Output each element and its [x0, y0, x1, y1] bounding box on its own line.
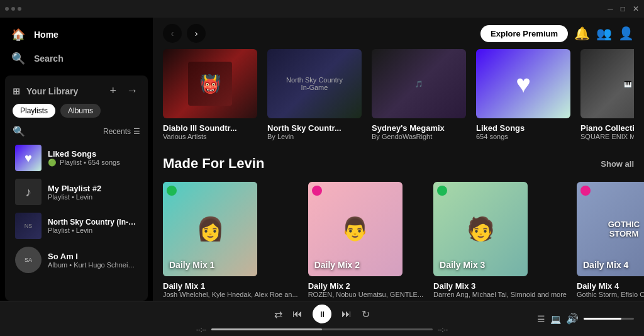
show-all-button[interactable]: Show all: [601, 159, 634, 169]
time-total: --:--: [438, 326, 448, 333]
volume-bar[interactable]: [584, 318, 634, 320]
volume-icon: 🔊: [566, 313, 579, 325]
prev-button[interactable]: ⏮: [292, 308, 303, 320]
library-title-area: ⊞ Your Library: [13, 86, 78, 96]
devices-button[interactable]: 💻: [550, 314, 561, 324]
made-for-section-header: Made For Levin Show all: [163, 155, 634, 172]
soami-thumb: SA: [15, 247, 42, 273]
card-diablo[interactable]: 👹 Diablo III Soundtr... Various Artists: [163, 49, 257, 140]
playlist2-name: My Playlist #2: [48, 184, 101, 193]
main-scroll[interactable]: 👹 Diablo III Soundtr... Various Artists …: [153, 49, 644, 301]
sidebar-item-search[interactable]: 🔍 Search: [8, 47, 145, 70]
playbar-controls: ⇄ ⏮ ⏸ ⏭ ↻: [274, 305, 370, 323]
dm3-badge: [437, 186, 447, 196]
dm3-thumb: 🧑 Daily Mix 3: [433, 182, 528, 276]
sidebar-item-home[interactable]: 🏠 Home: [8, 23, 145, 47]
card-liked-title: Liked Songs: [476, 123, 570, 133]
library-header: ⊞ Your Library + →: [5, 76, 148, 104]
daily-mix-card-3[interactable]: 🧑 Daily Mix 3 Daily Mix 3 Darren Ang, Mi…: [433, 182, 567, 298]
card-sydney[interactable]: 🎵 Sydney's Megamix By GendoWasRight: [372, 49, 466, 140]
card-piano-title: Piano Collections...: [580, 123, 634, 133]
titlebar-dots: [5, 7, 21, 11]
friends-button[interactable]: 👥: [596, 26, 612, 41]
titlebar-dot-2: [11, 7, 15, 11]
card-diablo-thumb: 👹: [163, 49, 257, 118]
daily-mix-card-4[interactable]: GOTHICSTORM Daily Mix 4 Daily Mix 4 Goth…: [577, 182, 644, 298]
dm2-label: Daily Mix 2: [314, 260, 360, 270]
topbar-right: Explore Premium 🔔 👥 👤: [480, 25, 634, 42]
northsky-sub: Playlist • Levin: [48, 227, 138, 234]
library-item-soami[interactable]: SA So Am I Album • Kurt Hugo Schneider: [10, 243, 143, 277]
card-liked-sub: 654 songs: [476, 133, 570, 140]
dm2-badge: [312, 186, 322, 196]
card-northsky[interactable]: North Sky CountryIn-Game North Sky Count…: [267, 49, 362, 140]
liked-songs-name: Liked Songs: [48, 149, 120, 159]
library-title-label: Your Library: [26, 86, 78, 96]
playlist2-info: My Playlist #2 Playlist • Levin: [48, 184, 101, 201]
library-item-liked-songs[interactable]: ♥ Liked Songs 🟢 Playlist • 654 songs: [10, 141, 143, 175]
nav-back-button[interactable]: ‹: [163, 24, 182, 43]
dm1-sub: Josh Whelchel, Kyle Hnedak, Alex Roe an.…: [163, 291, 298, 298]
volume-fill: [584, 318, 621, 320]
shuffle-button[interactable]: ⇄: [274, 308, 282, 320]
next-button[interactable]: ⏭: [341, 308, 352, 320]
minimize-button[interactable]: ─: [608, 4, 613, 13]
card-piano[interactable]: 🎹 Piano Collections... SQUARE ENIX MUSIC: [580, 49, 634, 140]
card-liked[interactable]: ♥ Liked Songs 654 songs: [476, 49, 570, 140]
card-diablo-sub: Various Artists: [163, 133, 257, 140]
dm4-title: Daily Mix 4: [577, 281, 644, 291]
main-content: ‹ › Explore Premium 🔔 👥 👤 👹: [153, 18, 644, 301]
queue-button[interactable]: ☰: [537, 314, 545, 324]
liked-songs-info: Liked Songs 🟢 Playlist • 654 songs: [48, 149, 120, 167]
library-expand-button[interactable]: →: [124, 83, 140, 99]
playbar: ⇄ ⏮ ⏸ ⏭ ↻ --:-- --:-- ☰ 💻 🔊: [0, 301, 644, 336]
repeat-button[interactable]: ↻: [362, 308, 370, 320]
playbar-right: ☰ 💻 🔊: [508, 313, 634, 325]
card-northsky-sub: By Levin: [267, 133, 362, 140]
progress-fill: [211, 328, 322, 330]
northsky-info: North Sky Country (In-Game) Playlist • L…: [48, 218, 138, 234]
dm2-thumb: 👨 Daily Mix 2: [308, 182, 402, 276]
library-item-playlist2[interactable]: ♪ My Playlist #2 Playlist • Levin: [10, 175, 143, 209]
card-sydney-sub: By GendoWasRight: [372, 133, 466, 140]
recents-label[interactable]: Recents ☰: [103, 127, 140, 136]
card-northsky-title: North Sky Countr...: [267, 123, 362, 133]
playlist2-thumb: ♪: [15, 179, 42, 205]
explore-premium-button[interactable]: Explore Premium: [480, 25, 568, 42]
card-sydney-title: Sydney's Megamix: [372, 123, 466, 133]
notifications-button[interactable]: 🔔: [574, 26, 590, 41]
app-layout: 🏠 Home 🔍 Search ⊞ Your Library + → P: [0, 18, 644, 301]
progress-row: --:-- --:--: [196, 326, 448, 333]
made-for-title: Made For Levin: [163, 155, 264, 172]
nav-arrows: ‹ ›: [163, 24, 206, 43]
nav-forward-button[interactable]: ›: [187, 24, 206, 43]
soami-sub: Album • Kurt Hugo Schneider: [48, 261, 138, 269]
library-add-button[interactable]: +: [107, 83, 119, 99]
titlebar-controls: ─ □ ✕: [608, 4, 639, 13]
soami-info: So Am I Album • Kurt Hugo Schneider: [48, 252, 138, 269]
filter-albums[interactable]: Albums: [60, 104, 101, 118]
close-button[interactable]: ✕: [633, 4, 639, 13]
search-icon: 🔍: [11, 52, 25, 65]
library-search-button[interactable]: 🔍: [13, 125, 25, 137]
home-icon: 🏠: [11, 28, 25, 42]
daily-mix-card-2[interactable]: 👨 Daily Mix 2 Daily Mix 2 ROZEN, Nobuo U…: [308, 182, 423, 298]
dm1-thumb: 👩 Daily Mix 1: [163, 182, 257, 276]
library-item-northsky[interactable]: NS North Sky Country (In-Game) Playlist …: [10, 209, 143, 243]
filter-pills: Playlists Albums: [5, 104, 148, 123]
liked-songs-sub: 🟢 Playlist • 654 songs: [48, 159, 120, 167]
main-topbar: ‹ › Explore Premium 🔔 👥 👤: [153, 18, 644, 49]
dm4-thumb: GOTHICSTORM Daily Mix 4: [577, 182, 644, 276]
green-dot-icon: 🟢: [48, 159, 57, 166]
maximize-button[interactable]: □: [621, 4, 625, 13]
dm1-label: Daily Mix 1: [169, 260, 214, 270]
northsky-name: North Sky Country (In-Game): [48, 218, 138, 227]
playlist2-sub: Playlist • Levin: [48, 193, 101, 201]
profile-button[interactable]: 👤: [618, 26, 634, 41]
progress-bar[interactable]: [211, 328, 433, 330]
filter-playlists[interactable]: Playlists: [13, 104, 55, 118]
daily-mix-card-1[interactable]: 👩 Daily Mix 1 Daily Mix 1 Josh Whelchel,…: [163, 182, 298, 298]
sidebar-search-label: Search: [34, 53, 64, 64]
play-pause-button[interactable]: ⏸: [313, 305, 331, 323]
library-search-row: 🔍 Recents ☰: [5, 123, 148, 141]
